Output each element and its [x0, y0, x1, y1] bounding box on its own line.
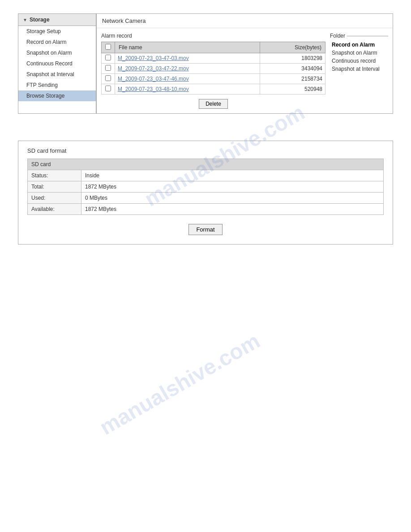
row-checkbox-cell: [102, 74, 115, 84]
size-header: Size(bytes): [260, 42, 325, 53]
sd-format-title: SD card format: [27, 147, 384, 154]
top-section: ▼ Storage Storage Setup Record on Alarm …: [18, 13, 393, 114]
sidebar-item-label: Record on Alarm: [26, 39, 66, 45]
sidebar-item-label: Snapshot on Alarm: [26, 50, 72, 56]
filename-link[interactable]: M_2009-07-23_03-47-46.mov: [118, 76, 189, 82]
folder-panel: Folder Record on AlarmSnapshot on AlarmC…: [330, 33, 388, 109]
table-row: M_2009-07-23_03-47-22.mov 3434094: [102, 64, 325, 74]
format-button[interactable]: Format: [188, 224, 222, 235]
sd-value-cell: 0 MBytes: [81, 193, 384, 204]
sidebar: ▼ Storage Storage Setup Record on Alarm …: [18, 13, 96, 114]
filename-cell: M_2009-07-23_03-47-22.mov: [115, 64, 260, 74]
select-all-checkbox[interactable]: [105, 44, 111, 50]
filename-link[interactable]: M_2009-07-23_03-48-10.mov: [118, 86, 189, 92]
checkbox-header: [102, 42, 115, 53]
file-table: File name Size(bytes) M_2009-07-23_03-47…: [101, 42, 325, 94]
sd-card-format-section: SD card format SD card Status: Inside To…: [18, 141, 393, 245]
content-body: Alarm record File name Size(bytes): [97, 28, 393, 113]
folder-item[interactable]: Record on Alarm: [330, 41, 388, 49]
sidebar-item-label: Storage Setup: [26, 28, 61, 34]
sd-label-cell: Status:: [28, 170, 81, 181]
folder-items-container: Record on AlarmSnapshot on AlarmContinuo…: [330, 41, 388, 73]
delete-btn-row: Delete: [101, 99, 325, 109]
table-row: M_2009-07-23_03-48-10.mov 520948: [102, 84, 325, 94]
sd-label-cell: Used:: [28, 193, 81, 204]
sd-table-row: Used: 0 MBytes: [28, 193, 384, 204]
folder-title-row: Folder: [330, 33, 388, 39]
main-content: Network Camera Alarm record File name Si: [96, 13, 393, 114]
format-btn-row: Format: [27, 224, 384, 235]
row-checkbox-cell: [102, 64, 115, 74]
sidebar-item-snapshot-at-interval[interactable]: Snapshot at Interval: [18, 69, 96, 80]
row-checkbox[interactable]: [105, 55, 111, 60]
folder-label: Folder: [330, 33, 345, 39]
sidebar-item-record-on-alarm[interactable]: Record on Alarm: [18, 37, 96, 47]
sidebar-item-browse-storage[interactable]: Browse Storage: [18, 90, 96, 101]
filename-link[interactable]: M_2009-07-23_03-47-22.mov: [118, 65, 189, 72]
sidebar-title: Storage: [30, 17, 50, 23]
sidebar-item-storage-setup[interactable]: Storage Setup: [18, 26, 96, 37]
row-checkbox-cell: [102, 53, 115, 64]
filename-cell: M_2009-07-23_03-47-46.mov: [115, 74, 260, 84]
sidebar-arrow: ▼: [23, 17, 27, 22]
size-cell: 3434094: [260, 64, 325, 74]
sidebar-header: ▼ Storage: [18, 14, 96, 26]
sidebar-item-label: Browse Storage: [26, 93, 64, 99]
watermark-bottom: manualshive.com: [95, 328, 264, 440]
sd-table-header-row: SD card: [28, 159, 384, 170]
alarm-record-label: Alarm record: [101, 33, 325, 39]
sd-value-cell: Inside: [81, 170, 384, 181]
sd-table-row: Available: 1872 MBytes: [28, 204, 384, 215]
sd-value-cell: 1872 MBytes: [81, 181, 384, 193]
table-row: M_2009-07-23_03-47-46.mov 2158734: [102, 74, 325, 84]
folder-item[interactable]: Snapshot on Alarm: [330, 49, 388, 57]
row-checkbox[interactable]: [105, 65, 111, 71]
sd-label-cell: Total:: [28, 181, 81, 193]
filename-cell: M_2009-07-23_03-48-10.mov: [115, 84, 260, 94]
filename-link[interactable]: M_2009-07-23_03-47-03.mov: [118, 55, 189, 61]
file-list-panel: Alarm record File name Size(bytes): [101, 33, 325, 109]
sd-table-row: Status: Inside: [28, 170, 384, 181]
row-checkbox[interactable]: [105, 86, 111, 91]
size-cell: 1803298: [260, 53, 325, 64]
sidebar-item-snapshot-on-alarm[interactable]: Snapshot on Alarm: [18, 47, 96, 58]
filename-header: File name: [115, 42, 260, 53]
sd-table: SD card Status: Inside Total: 1872 MByte…: [27, 159, 384, 215]
row-checkbox-cell: [102, 84, 115, 94]
table-row: M_2009-07-23_03-47-03.mov 1803298: [102, 53, 325, 64]
sidebar-item-label: FTP Sending: [26, 82, 58, 88]
folder-item[interactable]: Snapshot at Interval: [330, 65, 388, 73]
size-cell: 520948: [260, 84, 325, 94]
sidebar-item-label: Snapshot at Interval: [26, 71, 74, 77]
delete-button[interactable]: Delete: [199, 99, 228, 109]
filename-cell: M_2009-07-23_03-47-03.mov: [115, 53, 260, 64]
folder-item[interactable]: Continuous record: [330, 57, 388, 65]
row-checkbox[interactable]: [105, 75, 111, 81]
sidebar-item-continuous-record[interactable]: Continuous Record: [18, 58, 96, 69]
sd-card-header: SD card: [28, 159, 384, 170]
sidebar-item-label: Continuous Record: [26, 60, 73, 67]
sidebar-item-ftp-sending[interactable]: FTP Sending: [18, 80, 96, 90]
table-header-row: File name Size(bytes): [102, 42, 325, 53]
folder-line: [347, 36, 388, 36]
sd-table-row: Total: 1872 MBytes: [28, 181, 384, 193]
sd-label-cell: Available:: [28, 204, 81, 215]
network-camera-title: Network Camera: [97, 14, 393, 28]
sd-value-cell: 1872 MBytes: [81, 204, 384, 215]
size-cell: 2158734: [260, 74, 325, 84]
